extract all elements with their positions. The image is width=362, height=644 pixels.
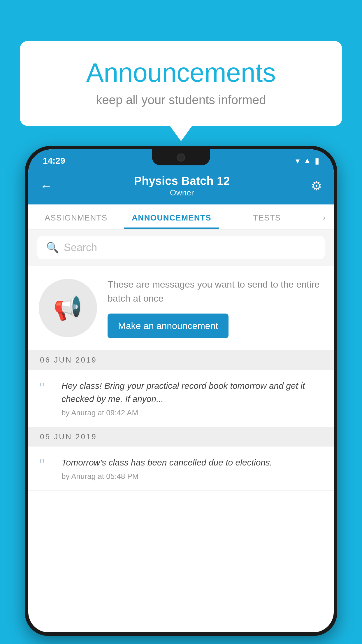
quote-icon-1: " xyxy=(39,380,53,396)
settings-icon[interactable]: ⚙ xyxy=(311,179,322,193)
status-time: 14:29 xyxy=(43,156,65,166)
phone-container: 14:29 ▾ ▲ ▮ ← Physics Batch 12 Owner ⚙ xyxy=(25,146,337,644)
speech-bubble: Announcements keep all your students inf… xyxy=(20,41,342,126)
announcement-message-2: Tomorrow's class has been cancelled due … xyxy=(61,456,323,469)
announcement-item-2[interactable]: " Tomorrow's class has been cancelled du… xyxy=(28,447,334,491)
battery-icon: ▮ xyxy=(315,156,319,166)
header-subtitle: Owner xyxy=(53,188,311,197)
bubble-subtitle: keep all your students informed xyxy=(43,93,319,107)
tab-assignments[interactable]: ASSIGNMENTS xyxy=(28,204,124,229)
header-center: Physics Batch 12 Owner xyxy=(53,174,311,197)
phone-outer: 14:29 ▾ ▲ ▮ ← Physics Batch 12 Owner ⚙ xyxy=(25,146,337,636)
app-header: ← Physics Batch 12 Owner ⚙ xyxy=(28,169,334,204)
announcement-content-2: Tomorrow's class has been cancelled due … xyxy=(61,456,323,481)
speech-bubble-container: Announcements keep all your students inf… xyxy=(20,41,342,126)
bubble-title: Announcements xyxy=(43,58,319,87)
search-icon: 🔍 xyxy=(46,242,59,254)
phone-notch xyxy=(152,149,210,165)
announcement-meta-1: by Anurag at 09:42 AM xyxy=(61,408,323,417)
announcement-message-1: Hey class! Bring your practical record b… xyxy=(61,379,323,405)
header-title: Physics Batch 12 xyxy=(53,174,311,188)
announcement-icon-circle: 📢 xyxy=(39,279,97,337)
date-separator-2: 05 JUN 2019 xyxy=(28,427,334,447)
announcement-meta-2: by Anurag at 05:48 PM xyxy=(61,472,323,481)
announcement-item-1[interactable]: " Hey class! Bring your practical record… xyxy=(28,370,334,427)
announcement-right: These are messages you want to send to t… xyxy=(108,277,323,338)
signal-icon: ▲ xyxy=(303,156,311,165)
back-button[interactable]: ← xyxy=(40,180,53,192)
make-announcement-button[interactable]: Make an announcement xyxy=(108,314,229,338)
tab-tests[interactable]: TESTS xyxy=(219,204,315,229)
search-container: 🔍 Search xyxy=(28,230,334,266)
tabs-container: ASSIGNMENTS ANNOUNCEMENTS TESTS › xyxy=(28,204,334,230)
wifi-icon: ▾ xyxy=(296,156,300,166)
announcement-description: These are messages you want to send to t… xyxy=(108,277,323,305)
quote-icon-2: " xyxy=(39,457,53,472)
date-separator-1: 06 JUN 2019 xyxy=(28,350,334,370)
search-placeholder: Search xyxy=(64,242,97,254)
announcement-content-1: Hey class! Bring your practical record b… xyxy=(61,379,323,417)
date-text-2: 05 JUN 2019 xyxy=(40,432,97,441)
search-bar[interactable]: 🔍 Search xyxy=(37,236,325,259)
tab-announcements[interactable]: ANNOUNCEMENTS xyxy=(124,204,219,229)
status-icons: ▾ ▲ ▮ xyxy=(296,156,319,166)
announcement-promo: 📢 These are messages you want to send to… xyxy=(28,266,334,350)
date-text-1: 06 JUN 2019 xyxy=(40,356,97,364)
megaphone-icon: 📢 xyxy=(53,294,82,322)
phone-screen: 14:29 ▾ ▲ ▮ ← Physics Batch 12 Owner ⚙ xyxy=(28,149,334,632)
tab-more[interactable]: › xyxy=(315,204,334,229)
phone-camera xyxy=(177,153,185,162)
